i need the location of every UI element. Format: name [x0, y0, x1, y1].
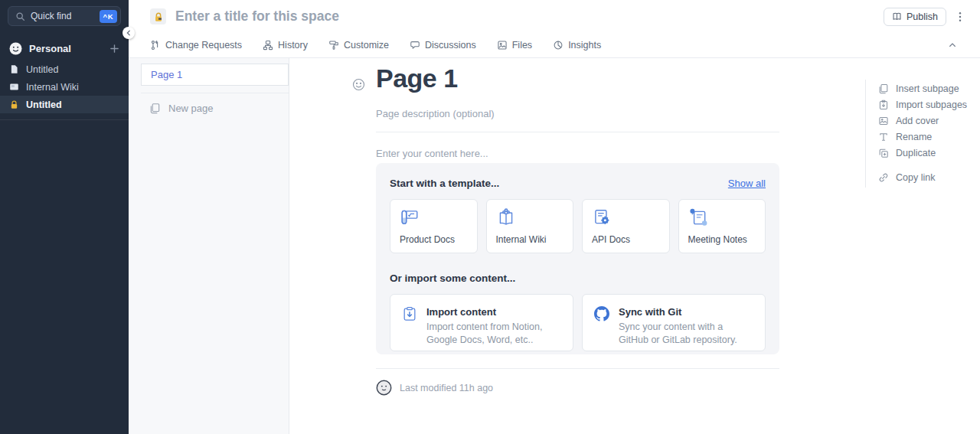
import-content-card[interactable]: Import content Import content from Notio…	[390, 294, 573, 351]
wiki-icon	[9, 82, 19, 92]
product-docs-icon	[400, 207, 420, 227]
kebab-menu-icon	[959, 11, 962, 22]
pages-separator	[141, 93, 289, 93]
show-all-templates-link[interactable]: Show all	[728, 178, 766, 189]
stacked-pages-icon	[149, 103, 161, 114]
space-header: Enter a title for this space Publish	[129, 0, 980, 33]
space-title-input[interactable]: Enter a title for this space	[175, 8, 884, 24]
internal-wiki-icon	[496, 207, 516, 227]
publish-book-icon	[892, 11, 902, 21]
template-section-heading: Start with a template...	[390, 178, 728, 189]
collapse-sidebar-button[interactable]	[122, 27, 135, 39]
insert-subpage-icon	[878, 83, 889, 94]
import-subpages-action[interactable]: Import subpages	[878, 96, 970, 113]
sync-with-git-card[interactable]: Sync with Git Sync your content with a G…	[582, 294, 766, 351]
user-avatar	[376, 380, 392, 396]
api-docs-icon	[592, 207, 612, 227]
last-modified-row: Last modified 11h ago	[376, 380, 493, 396]
content-placeholder[interactable]: Enter your content here...	[376, 148, 488, 159]
workspace-switcher[interactable]: Personal	[0, 40, 129, 57]
emoji-picker-button[interactable]	[352, 78, 365, 91]
workspace-sidebar: Quick find ^K Personal	[0, 0, 129, 434]
add-cover-image-icon	[878, 116, 889, 126]
chevron-left-icon	[126, 30, 132, 36]
page-actions-menu: Insert subpage Import subpages Add cover	[878, 80, 970, 185]
meeting-notes-icon	[688, 207, 708, 227]
sitemap-icon	[263, 40, 273, 51]
insert-subpage-action[interactable]: Insert subpage	[878, 80, 970, 96]
sidebar-item-untitled-1[interactable]: Untitled	[0, 60, 129, 78]
tab-change-requests[interactable]: Change Requests	[150, 40, 242, 51]
tab-customize[interactable]: Customize	[328, 40, 389, 51]
import-grid: Import content Import content from Notio…	[390, 294, 766, 351]
more-options-button[interactable]	[957, 10, 963, 24]
import-content-description: Import content from Notion, Google Docs,…	[426, 321, 562, 347]
image-icon	[497, 40, 508, 51]
import-clipboard-icon	[402, 306, 417, 351]
sidebar-item-untitled-2[interactable]: Untitled	[0, 96, 129, 113]
pages-panel: Page 1 New page	[129, 58, 289, 434]
smiley-icon	[352, 78, 365, 91]
tab-insights[interactable]: Insights	[553, 40, 601, 51]
template-card-product-docs[interactable]: Product Docs	[390, 199, 478, 253]
gitbook-space-editor: Quick find ^K Personal	[0, 0, 980, 434]
sync-with-git-description: Sync your content with a GitHub or GitLa…	[619, 321, 754, 347]
sidebar-separator	[0, 119, 129, 120]
lock-icon	[153, 11, 164, 22]
add-space-button[interactable]	[109, 44, 119, 54]
lock-icon	[9, 100, 19, 109]
template-grid: Product Docs Internal Wiki	[390, 199, 766, 253]
title-divider	[376, 132, 779, 132]
sync-with-git-title: Sync with Git	[619, 306, 754, 318]
import-section-heading: Or import some content...	[390, 272, 766, 284]
chevron-up-icon	[948, 41, 957, 50]
actions-separator	[865, 80, 866, 188]
collapse-tabs-button[interactable]	[946, 39, 959, 51]
page-list-item-active[interactable]: Page 1	[141, 64, 289, 86]
pull-request-icon	[150, 40, 161, 51]
import-subpages-icon	[878, 100, 889, 110]
add-cover-action[interactable]: Add cover	[878, 113, 970, 129]
tab-discussions[interactable]: Discussions	[410, 40, 476, 51]
pie-chart-icon	[553, 40, 564, 51]
import-content-title: Import content	[426, 306, 562, 318]
rename-text-icon	[878, 132, 889, 142]
space-list: Untitled Internal Wiki U	[0, 60, 129, 120]
template-card-meeting-notes[interactable]: Meeting Notes	[678, 199, 766, 253]
rename-action[interactable]: Rename	[878, 129, 970, 145]
footer-divider	[376, 368, 779, 369]
page-icon	[9, 64, 19, 74]
duplicate-icon	[878, 148, 889, 158]
space-tabbar: Change Requests History Customize	[129, 33, 980, 58]
editor-content: Page 1 Page description (optional) Enter…	[289, 58, 980, 434]
duplicate-action[interactable]: Duplicate	[878, 145, 970, 161]
last-modified-text: Last modified 11h ago	[400, 383, 493, 393]
quick-find-button[interactable]: Quick find ^K	[8, 6, 121, 26]
copy-link-action[interactable]: Copy link	[878, 169, 970, 185]
chat-bubble-icon	[410, 40, 420, 51]
visibility-lock-chip[interactable]	[150, 8, 166, 24]
template-card-internal-wiki[interactable]: Internal Wiki	[486, 199, 574, 253]
publish-button[interactable]: Publish	[884, 8, 946, 26]
quick-find-label: Quick find	[31, 11, 100, 21]
page-description-input[interactable]: Page description (optional)	[376, 108, 495, 119]
search-icon	[15, 11, 25, 21]
tab-files[interactable]: Files	[497, 40, 532, 51]
getting-started-box: Start with a template... Show all P	[376, 163, 779, 354]
tab-history[interactable]: History	[263, 40, 308, 51]
copy-link-icon	[878, 172, 889, 183]
template-card-api-docs[interactable]: API Docs	[582, 199, 670, 253]
workspace-avatar	[9, 42, 22, 55]
new-page-button[interactable]: New page	[129, 98, 289, 118]
sidebar-item-internal-wiki[interactable]: Internal Wiki	[0, 78, 129, 96]
workspace-name: Personal	[29, 43, 109, 54]
keyboard-shortcut-badge: ^K	[100, 10, 117, 23]
github-icon	[594, 306, 609, 351]
paint-roller-icon	[328, 40, 339, 51]
page-title[interactable]: Page 1	[376, 64, 458, 93]
